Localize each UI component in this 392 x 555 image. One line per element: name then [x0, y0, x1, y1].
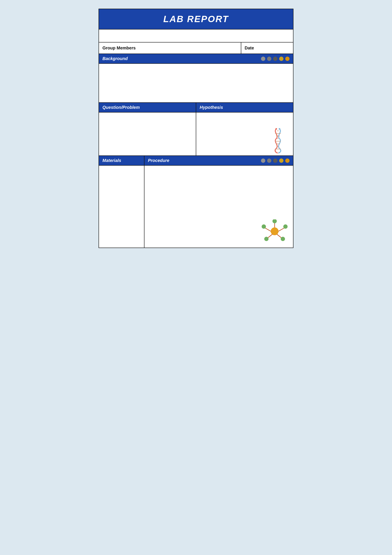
dot-3 — [273, 57, 278, 61]
materials-content[interactable] — [99, 166, 144, 248]
materials-label: Materials — [102, 158, 121, 163]
background-dots — [261, 57, 290, 61]
svg-point-9 — [279, 128, 280, 130]
svg-line-12 — [264, 228, 271, 231]
report-header: LAB REPORT — [99, 9, 293, 29]
molecule-icon — [261, 219, 289, 243]
procedure-header: Procedure — [144, 156, 293, 165]
procedure-dots — [261, 159, 290, 163]
proc-dot-5 — [285, 159, 290, 163]
svg-point-17 — [262, 224, 266, 229]
materials-procedure-content — [99, 165, 293, 248]
dot-2 — [267, 57, 271, 61]
proc-dot-2 — [267, 159, 271, 163]
proc-dot-4 — [279, 159, 284, 163]
page: LAB REPORT Group Members Date Background — [99, 9, 293, 248]
question-header: Question/Problem — [99, 103, 196, 112]
dot-5 — [285, 57, 290, 61]
background-content[interactable] — [99, 63, 293, 102]
background-label: Background — [102, 56, 128, 61]
proc-dot-1 — [261, 159, 265, 163]
dot-4 — [279, 57, 284, 61]
procedure-content[interactable] — [144, 166, 293, 248]
procedure-label: Procedure — [148, 158, 169, 163]
hypothesis-content[interactable] — [196, 112, 293, 155]
svg-point-18 — [283, 224, 288, 229]
question-hypothesis-header: Question/Problem Hypothesis — [99, 102, 293, 112]
svg-line-13 — [278, 228, 285, 231]
dot-1 — [261, 57, 265, 61]
hypothesis-label: Hypothesis — [200, 105, 223, 110]
report-container: LAB REPORT Group Members Date Background — [99, 9, 293, 248]
date-cell[interactable]: Date — [241, 43, 293, 54]
date-label: Date — [245, 45, 254, 50]
svg-point-20 — [281, 237, 285, 241]
materials-header: Materials — [99, 156, 144, 165]
svg-point-10 — [271, 227, 278, 235]
group-members-cell[interactable]: Group Members — [99, 43, 241, 54]
question-label: Question/Problem — [102, 105, 140, 110]
materials-procedure-header: Materials Procedure — [99, 155, 293, 165]
question-hypothesis-content — [99, 112, 293, 155]
name-row[interactable] — [99, 29, 293, 42]
svg-point-16 — [272, 219, 277, 223]
svg-point-8 — [276, 128, 277, 130]
hypothesis-header: Hypothesis — [196, 103, 293, 112]
background-header: Background — [99, 54, 293, 63]
group-members-label: Group Members — [102, 45, 135, 50]
question-content[interactable] — [99, 112, 196, 155]
report-title: LAB REPORT — [103, 14, 289, 24]
group-date-row: Group Members Date — [99, 42, 293, 54]
dna-icon — [265, 127, 291, 153]
proc-dot-3 — [273, 159, 278, 163]
svg-point-19 — [264, 237, 269, 241]
